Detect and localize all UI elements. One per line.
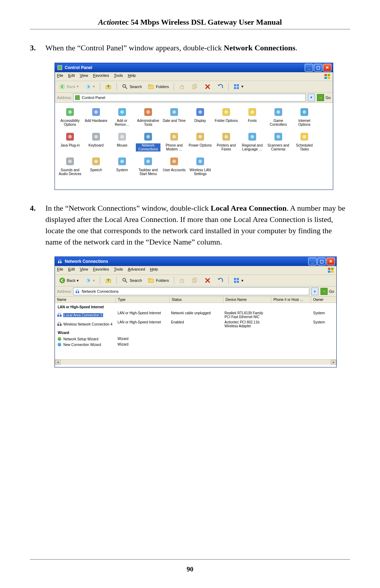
up-button[interactable] xyxy=(103,82,114,91)
search-button[interactable]: Search xyxy=(120,82,144,91)
cp-item-5[interactable]: Display xyxy=(188,106,213,127)
col-device[interactable]: Device Name xyxy=(223,297,271,303)
cp-item-4[interactable]: Date and Time xyxy=(162,106,186,127)
menu-view[interactable]: View xyxy=(80,73,88,80)
forward-button[interactable]: ▾ xyxy=(83,82,97,91)
menu-advanced[interactable]: Advanced xyxy=(128,267,145,273)
titlebar[interactable]: Control Panel _ ▢ ✕ xyxy=(55,63,333,72)
connection-row[interactable]: Wireless Network Connection 4LAN or High… xyxy=(55,320,336,329)
address-field[interactable]: Network Connections xyxy=(73,287,309,295)
cp-item-13[interactable]: Network Connections xyxy=(136,131,160,151)
svg-point-83 xyxy=(59,278,65,283)
svg-point-43 xyxy=(68,135,72,138)
back-button[interactable]: Back ▾ xyxy=(57,82,81,91)
go-button[interactable]: →Go xyxy=(321,288,334,295)
horizontal-scrollbar[interactable]: ◂ ▸ xyxy=(55,359,336,365)
cp-item-11[interactable]: Keyboard xyxy=(84,131,108,151)
search-button[interactable]: Search xyxy=(120,276,144,285)
cp-item-19[interactable]: Scheduled Tasks xyxy=(292,131,317,151)
cp-item-15[interactable]: Power Options xyxy=(188,131,213,151)
maximize-button[interactable]: ▢ xyxy=(314,64,322,72)
menu-tools[interactable]: Tools xyxy=(114,267,123,273)
menu-favorites[interactable]: Favorites xyxy=(93,73,109,80)
minimize-button[interactable]: _ xyxy=(308,258,317,265)
menu-help[interactable]: Help xyxy=(128,73,136,80)
menu-tools[interactable]: Tools xyxy=(114,73,123,80)
cp-item-25[interactable]: Wireless LAN Settings xyxy=(188,156,213,176)
close-button[interactable]: ✕ xyxy=(327,258,335,265)
cp-item-16[interactable]: Printers and Faxes xyxy=(214,131,239,151)
footer-rule xyxy=(30,559,350,560)
scroll-right-icon[interactable]: ▸ xyxy=(331,360,336,365)
cp-item-9[interactable]: Internet Options xyxy=(292,106,317,127)
cp-item-icon xyxy=(299,131,310,142)
delete-button[interactable] xyxy=(202,82,213,91)
cp-item-8[interactable]: Game Controllers xyxy=(266,106,291,127)
wizard-row[interactable]: Network Setup WizardWizard xyxy=(55,336,336,342)
col-name[interactable]: Name xyxy=(55,297,116,303)
menu-help[interactable]: Help xyxy=(150,267,158,273)
undo-button[interactable] xyxy=(215,276,226,285)
cp-item-icon xyxy=(90,131,102,142)
figure-control-panel: Control Panel _ ▢ ✕ FileEditViewFavorite… xyxy=(55,63,350,190)
up-button[interactable] xyxy=(103,276,114,285)
go-button[interactable]: →Go xyxy=(317,94,331,101)
connection-row[interactable]: Local Area Connection 5LAN or High-Speed… xyxy=(55,310,336,320)
cp-item-0[interactable]: Accessibility Options xyxy=(58,106,82,127)
copy-to-button[interactable] xyxy=(190,276,200,285)
group-wizard: Wizard xyxy=(55,329,336,336)
close-button[interactable]: ✕ xyxy=(323,64,331,72)
cp-item-17[interactable]: Regional and Language … xyxy=(240,131,265,151)
cp-item-1[interactable]: Add Hardware xyxy=(84,106,108,127)
folders-button[interactable]: Folders xyxy=(146,276,171,285)
address-dropdown[interactable]: ▾ xyxy=(308,94,315,101)
back-button[interactable]: Back ▾ xyxy=(57,276,81,285)
menu-view[interactable]: View xyxy=(80,267,88,273)
col-phone[interactable]: Phone # or Host … xyxy=(271,297,311,303)
move-to-button[interactable] xyxy=(177,276,188,285)
svg-point-69 xyxy=(146,160,150,163)
address-field[interactable]: Control Panel xyxy=(73,94,306,101)
cp-item-3[interactable]: Administrative Tools xyxy=(136,106,160,127)
views-button[interactable]: ▾ xyxy=(232,276,246,285)
cp-item-2[interactable]: Add or Remov… xyxy=(110,106,134,127)
wizard-row[interactable]: New Connection WizardWizard xyxy=(55,342,336,347)
svg-rect-20 xyxy=(237,87,239,89)
menu-edit[interactable]: Edit xyxy=(68,267,75,273)
cp-item-14[interactable]: Phone and Modem … xyxy=(162,131,186,151)
scroll-left-icon[interactable]: ◂ xyxy=(55,360,61,365)
cp-item-24[interactable]: User Accounts xyxy=(162,156,186,176)
folders-button[interactable]: Folders xyxy=(146,82,171,91)
views-button[interactable]: ▾ xyxy=(232,82,246,91)
copy-to-button[interactable] xyxy=(190,82,200,91)
maximize-button[interactable]: ▢ xyxy=(317,258,326,265)
cp-item-12[interactable]: Mouse xyxy=(110,131,134,151)
column-headers[interactable]: Name Type Status Device Name Phone # or … xyxy=(55,297,336,303)
cp-item-18[interactable]: Scanners and Cameras xyxy=(266,131,291,151)
cp-item-21[interactable]: Speech xyxy=(84,156,108,176)
cp-item-icon xyxy=(142,131,154,142)
cp-item-20[interactable]: Sounds and Audio Devices xyxy=(58,156,82,176)
forward-button[interactable]: ▾ xyxy=(83,276,97,285)
col-status[interactable]: Status xyxy=(170,297,223,303)
undo-button[interactable] xyxy=(215,82,226,91)
minimize-button[interactable]: _ xyxy=(305,64,313,72)
move-to-button[interactable] xyxy=(177,82,188,91)
cp-item-10[interactable]: Java Plug-in xyxy=(58,131,82,151)
titlebar[interactable]: Network Connections _ ▢ ✕ xyxy=(55,257,336,266)
cp-item-22[interactable]: System xyxy=(110,156,134,176)
cp-item-23[interactable]: Taskbar and Start Menu xyxy=(136,156,160,176)
svg-rect-75 xyxy=(60,261,62,263)
delete-button[interactable] xyxy=(202,276,213,285)
col-type[interactable]: Type xyxy=(116,297,170,303)
address-dropdown[interactable]: ▾ xyxy=(311,287,318,295)
cp-item-7[interactable]: Fonts xyxy=(240,106,265,127)
toolbar: Back ▾ ▾ Search Folders xyxy=(55,275,336,286)
menu-edit[interactable]: Edit xyxy=(68,73,75,80)
svg-point-63 xyxy=(68,160,72,163)
menu-favorites[interactable]: Favorites xyxy=(93,267,109,273)
cp-item-6[interactable]: Folder Options xyxy=(214,106,239,127)
menu-file[interactable]: File xyxy=(57,267,63,273)
col-owner[interactable]: Owner xyxy=(311,297,336,303)
menu-file[interactable]: File xyxy=(57,73,63,80)
